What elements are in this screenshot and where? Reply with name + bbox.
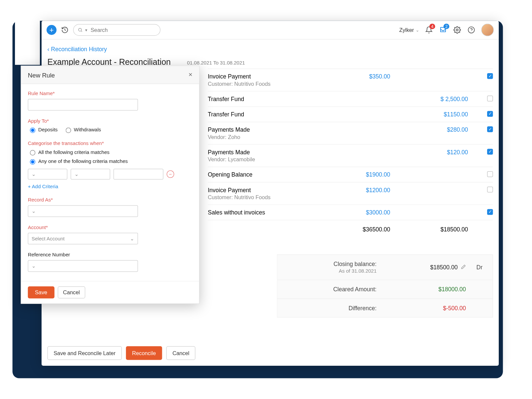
- modal-cancel-button[interactable]: Cancel: [58, 286, 85, 298]
- transaction-row: Invoice Payment Customer: Nutritivo Food…: [208, 183, 493, 205]
- modal-footer: Save Cancel: [21, 281, 199, 304]
- search-field[interactable]: [90, 26, 161, 33]
- asof-label: As of 31.08.2021: [287, 268, 377, 274]
- modal-header: New Rule ×: [21, 66, 199, 84]
- modal-body: Rule Name* Apply To* Deposits Withdrawal…: [21, 84, 199, 281]
- criteria-field-select[interactable]: [28, 169, 67, 180]
- breadcrumb-back[interactable]: ‹ Reconciliation History: [48, 46, 107, 53]
- remove-criteria-icon[interactable]: −: [167, 171, 174, 178]
- total-col-a: $36500.00: [321, 226, 399, 233]
- page-date-range: 01.08.2021 To 31.08.2021: [187, 60, 245, 66]
- account-label: Account*: [28, 224, 193, 230]
- criteria-operator-select[interactable]: [71, 169, 110, 180]
- record-as-select[interactable]: [28, 205, 138, 217]
- chevron-down-icon: ▾: [85, 28, 87, 32]
- transaction-amount-a: $350.00: [321, 73, 399, 80]
- transaction-amount-b: $ 2,500.00: [399, 96, 476, 102]
- transaction-amount-b: $280.00: [399, 126, 476, 133]
- transaction-row: Invoice Payment Customer: Nutritivo Food…: [208, 69, 493, 92]
- match-any-radio[interactable]: Any one of the following criteria matche…: [28, 158, 193, 165]
- rule-name-label: Rule Name*: [28, 91, 193, 97]
- gear-icon[interactable]: [453, 26, 462, 34]
- add-button[interactable]: +: [47, 25, 57, 35]
- save-reconcile-later-button[interactable]: Save and Reconcile Later: [48, 346, 122, 360]
- transaction-title: Transfer Fund: [208, 96, 321, 102]
- plus-icon: +: [49, 26, 54, 34]
- svg-point-2: [456, 29, 458, 31]
- transaction-checkbox[interactable]: [487, 171, 493, 177]
- modal-save-button[interactable]: Save: [28, 286, 55, 298]
- breadcrumb-label: Reconciliation History: [51, 46, 107, 53]
- history-icon[interactable]: [61, 26, 69, 34]
- transaction-row: Transfer Fund $ 2,500.00: [208, 91, 493, 107]
- avatar[interactable]: [481, 24, 494, 36]
- total-col-b: $18500.00: [399, 226, 476, 233]
- summary-cleared-row: Cleared Amount: $18000.00: [277, 280, 493, 299]
- new-rule-modal: New Rule × Rule Name* Apply To* Deposits…: [21, 66, 200, 304]
- rule-name-input[interactable]: [28, 99, 138, 111]
- close-icon[interactable]: ×: [189, 71, 193, 79]
- transaction-row: Transfer Fund $1150.00: [208, 107, 493, 122]
- difference-value: $-500.00: [377, 305, 466, 311]
- criteria-value-input[interactable]: [113, 169, 163, 180]
- closing-balance-label: Closing balance:: [287, 261, 377, 267]
- transaction-title: Opening Balance: [208, 171, 321, 178]
- help-icon[interactable]: [467, 26, 475, 34]
- transaction-title: Payments Made: [208, 149, 321, 156]
- cleared-amount-label: Cleared Amount:: [287, 286, 377, 293]
- summary-diff-row: Difference: $-500.00: [277, 299, 493, 317]
- transactions-table: Invoice Payment Customer: Nutritivo Food…: [208, 68, 493, 238]
- bell-icon[interactable]: 4: [425, 26, 433, 34]
- add-criteria-link[interactable]: + Add Criteria: [28, 184, 58, 190]
- transaction-title: Invoice Payment: [208, 73, 321, 80]
- transaction-row: Payments Made Vendor: Lycamobile $120.00: [208, 145, 493, 167]
- transaction-amount-b: $120.00: [399, 149, 476, 156]
- inbox-icon[interactable]: 2: [439, 26, 447, 34]
- summary-panel: Closing balance: As of 31.08.2021 $18500…: [277, 254, 493, 318]
- transaction-title: Sales without invoices: [208, 209, 321, 216]
- transaction-subtitle: Customer: Nutritivo Foods: [208, 194, 321, 200]
- transaction-title: Transfer Fund: [208, 111, 321, 118]
- transaction-title: Payments Made: [208, 126, 321, 133]
- cleared-amount-value: $18000.00: [377, 286, 466, 293]
- transaction-checkbox[interactable]: [487, 96, 493, 102]
- cancel-button[interactable]: Cancel: [166, 346, 196, 360]
- chevron-down-icon: ⌄: [416, 28, 419, 32]
- transaction-checkbox[interactable]: [487, 209, 493, 215]
- closing-balance-value: $18500.00: [377, 264, 466, 271]
- transaction-amount-b: $1150.00: [399, 111, 476, 118]
- decorative-notch: [15, 15, 40, 65]
- reference-number-label: Reference Number: [28, 252, 193, 258]
- closing-balance-side: Dr: [466, 264, 482, 271]
- toolbar: + ▾ Zylker ⌄ 4: [42, 21, 499, 40]
- summary-closing-row: Closing balance: As of 31.08.2021 $18500…: [277, 255, 493, 280]
- transaction-checkbox[interactable]: [487, 187, 493, 193]
- search-input[interactable]: ▾: [73, 24, 161, 36]
- search-icon: [78, 28, 83, 33]
- reconcile-button[interactable]: Reconcile: [126, 346, 162, 360]
- transaction-subtitle: Vendor: Zoho: [208, 134, 321, 140]
- org-name: Zylker: [399, 27, 414, 33]
- transaction-checkbox[interactable]: [487, 126, 493, 132]
- transaction-subtitle: Customer: Nutritivo Foods: [208, 81, 321, 87]
- org-switcher[interactable]: Zylker ⌄: [399, 27, 419, 33]
- chevron-left-icon: ‹: [48, 46, 50, 53]
- toolbar-right: Zylker ⌄ 4 2: [399, 24, 494, 36]
- inbox-badge: 2: [444, 24, 449, 29]
- match-all-radio[interactable]: All the following criteria matches: [28, 149, 193, 156]
- transaction-subtitle: Vendor: Lycamobile: [208, 156, 321, 163]
- pencil-icon[interactable]: [461, 264, 466, 271]
- apply-to-withdrawals-radio[interactable]: Withdrawals: [64, 126, 101, 133]
- account-select[interactable]: Select Account: [28, 233, 138, 244]
- reference-number-select[interactable]: [28, 260, 138, 272]
- transaction-checkbox[interactable]: [487, 149, 493, 155]
- apply-to-deposits-radio[interactable]: Deposits: [28, 126, 58, 133]
- transaction-checkbox[interactable]: [487, 111, 493, 117]
- svg-line-1: [81, 31, 82, 32]
- totals-row: $36500.00 $18500.00: [208, 220, 493, 239]
- apply-to-label: Apply To*: [28, 118, 193, 124]
- transaction-row: Sales without invoices $3000.00: [208, 205, 493, 220]
- transaction-amount-a: $1200.00: [321, 187, 399, 193]
- transaction-checkbox[interactable]: [487, 73, 493, 79]
- svg-point-0: [78, 28, 81, 31]
